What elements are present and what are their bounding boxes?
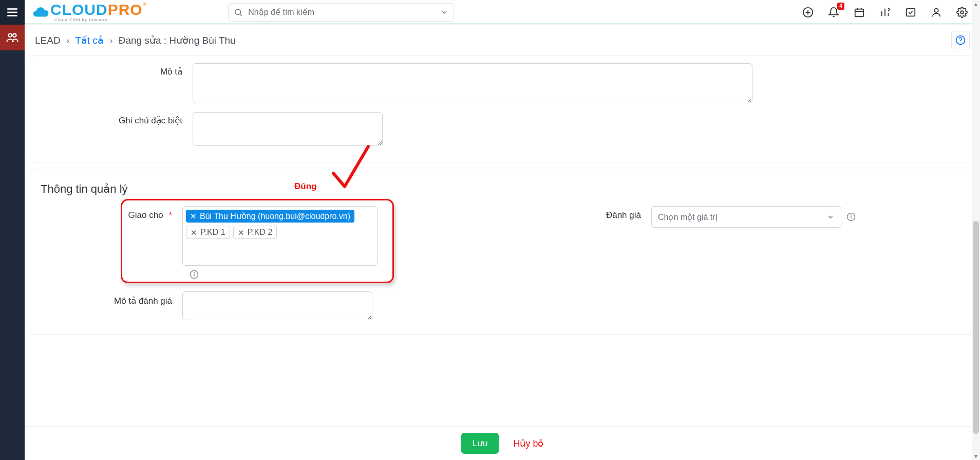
label-special-note: Ghi chú đặc biệt [39,112,193,148]
breadcrumb-sep: › [106,35,116,46]
scroll-thumb[interactable] [973,221,979,434]
chevron-down-icon [826,213,835,221]
window-scrollbar[interactable]: ▲ ▼ [972,0,980,460]
assigned-tag-dept1-label: P.KD 1 [200,228,225,237]
svg-point-3 [8,33,12,37]
topbar: CLOUD PRO ® Cloud CRM by Industry 4 [25,0,980,25]
help-icon [955,35,966,45]
assigned-tag-dept1: ✕ P.KD 1 [186,226,230,239]
assigned-tag-dept2: ✕ P.KD 2 [233,226,277,239]
label-description: Mô tả [39,63,193,105]
tasks-button[interactable] [905,7,916,18]
remove-tag-icon[interactable]: ✕ [238,229,244,236]
svg-point-24 [194,272,195,273]
svg-point-5 [235,9,241,15]
scroll-up-icon[interactable]: ▲ [972,0,980,8]
remove-tag-icon[interactable]: ✕ [191,229,197,236]
breadcrumb-filter[interactable]: Tất cả [75,35,104,46]
breadcrumb-sep: › [63,35,72,46]
form-footer: Lưu Hủy bỏ [25,426,980,460]
notifications-button[interactable]: 4 [828,7,839,18]
select-rating-placeholder: Chọn một giá trị [658,212,718,222]
svg-point-19 [960,11,964,14]
svg-point-27 [851,215,852,215]
required-mark: * [165,210,172,220]
input-rating-desc[interactable] [182,291,372,320]
assigned-tag-user: ✕ Bùi Thu Hường (huong.bui@cloudpro.vn) [186,210,354,223]
svg-point-18 [934,8,938,12]
app-logo[interactable]: CLOUD PRO ® Cloud CRM by Industry [32,3,146,22]
cloud-icon [32,4,49,21]
help-button[interactable] [951,31,970,49]
input-special-note[interactable] [193,112,383,146]
scroll-down-icon[interactable]: ▼ [972,452,980,460]
svg-line-6 [240,14,242,15]
global-search[interactable] [228,3,454,22]
card-management: Thông tin quản lý Giao cho * ✕ [30,170,975,335]
breadcrumb-module[interactable]: LEAD [35,35,61,46]
card-upper: Mô tả Ghi chú đặc biệt [30,56,975,162]
assigned-tag-dept2-label: P.KD 2 [248,228,273,237]
assigned-tagbox[interactable]: ✕ Bùi Thu Hường (huong.bui@cloudpro.vn) … [182,206,378,266]
hamburger-menu-button[interactable] [0,0,25,25]
search-input[interactable] [248,8,435,17]
reports-button[interactable] [879,7,891,18]
logo-registered: ® [143,2,146,7]
logo-tagline: Cloud CRM by Industry [50,16,146,24]
label-rating-desc: Mô tả đánh giá [39,291,182,322]
profile-button[interactable] [931,7,942,18]
breadcrumb-current: Đang sửa : Hường Bùi Thu [119,35,236,46]
section-title-management: Thông tin quản lý [41,182,966,196]
breadcrumb-row: LEAD › Tất cả › Đang sửa : Hường Bùi Thu [25,25,980,56]
label-rating: Đánh giá [507,206,651,228]
search-icon [234,8,243,17]
sidebar-module-leads[interactable] [0,25,25,50]
form-content: Mô tả Ghi chú đặc biệt Thông tin quản lý… [25,56,980,426]
save-button[interactable]: Lưu [461,433,499,454]
chevron-down-icon[interactable] [440,8,448,16]
input-description[interactable] [193,63,752,103]
calendar-button[interactable] [854,7,865,18]
svg-point-4 [13,33,16,37]
svg-rect-10 [855,9,864,16]
info-icon[interactable] [846,212,856,222]
notifications-count: 4 [837,3,844,10]
remove-tag-icon[interactable]: ✕ [190,212,197,220]
top-toolbar: 4 [802,7,968,18]
left-rail [0,0,25,460]
cancel-button[interactable]: Hủy bỏ [513,438,543,449]
settings-button[interactable] [956,7,968,18]
quick-create-button[interactable] [802,7,814,18]
label-assigned: Giao cho [128,210,163,220]
select-rating[interactable]: Chọn một giá trị [651,206,841,228]
svg-rect-17 [907,8,915,16]
assigned-tag-user-label: Bùi Thu Hường (huong.bui@cloudpro.vn) [200,211,350,221]
info-icon[interactable] [190,270,199,281]
